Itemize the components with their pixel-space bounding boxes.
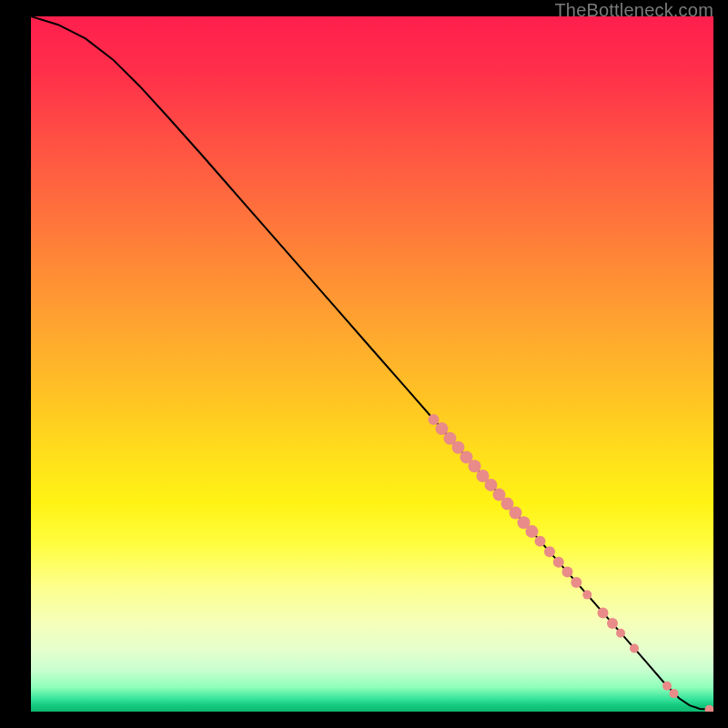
data-marker: [485, 479, 498, 491]
data-marker: [469, 460, 481, 472]
data-marker: [452, 441, 465, 454]
chart-svg: [31, 16, 713, 712]
data-marker: [607, 618, 618, 629]
data-marker: [598, 608, 609, 619]
data-marker: [535, 536, 546, 547]
data-marker: [553, 557, 564, 568]
data-marker: [616, 629, 625, 638]
data-marker: [436, 422, 449, 435]
data-marker: [571, 577, 581, 588]
data-marker: [670, 689, 679, 698]
chart-plot-area: [31, 16, 713, 712]
data-marker: [544, 546, 555, 557]
data-marker: [510, 507, 522, 520]
data-marker: [429, 414, 440, 425]
data-marker: [582, 591, 592, 600]
data-marker: [526, 525, 539, 538]
data-marker: [662, 682, 672, 691]
data-marker: [562, 566, 573, 577]
data-markers: [429, 414, 714, 712]
chart-stage: TheBottleneck.com: [0, 0, 728, 728]
watermark-text: TheBottleneck.com: [554, 0, 713, 21]
data-marker: [705, 705, 714, 712]
data-marker: [630, 644, 639, 653]
curve-line: [31, 16, 713, 710]
